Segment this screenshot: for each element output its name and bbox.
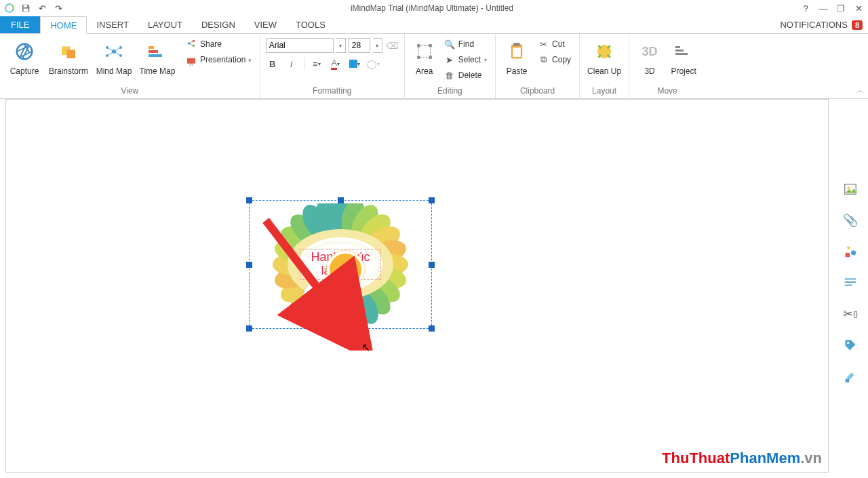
svg-rect-13 — [149, 54, 162, 57]
svg-rect-65 — [846, 379, 850, 383]
presentation-icon — [186, 56, 197, 69]
tag-tool[interactable] — [841, 336, 860, 355]
ribbon-group-editing: Area 🔍Find ➤Select ▾ 🗑Delete Editing — [405, 34, 496, 98]
share-button[interactable]: Share — [183, 37, 254, 52]
resize-handle[interactable] — [429, 262, 435, 268]
snippet-tool[interactable]: ✂{} — [841, 304, 860, 323]
three-d-button[interactable]: 3D 3D — [635, 37, 665, 77]
minimize-icon[interactable]: — — [818, 3, 829, 14]
cursor-icon: ↖ — [361, 341, 370, 354]
sticky-notes-icon — [58, 38, 79, 65]
tab-insert[interactable]: INSERT — [87, 16, 138, 33]
svg-line-56 — [266, 220, 355, 337]
share-icon — [186, 39, 197, 50]
svg-rect-1 — [24, 5, 27, 7]
svg-rect-59 — [846, 253, 850, 257]
cleanup-icon — [594, 38, 614, 65]
svg-rect-20 — [429, 44, 431, 47]
svg-rect-19 — [417, 44, 420, 47]
project-button[interactable]: Project — [667, 37, 700, 77]
svg-rect-25 — [513, 47, 521, 57]
resize-handle[interactable] — [338, 197, 344, 203]
resize-handle[interactable] — [429, 197, 435, 203]
area-button[interactable]: Area — [410, 37, 439, 77]
area-icon — [416, 38, 433, 65]
app-icon — [4, 3, 15, 14]
capture-button[interactable]: Capture — [5, 37, 43, 77]
font-dropdown-icon[interactable]: ▾ — [336, 38, 346, 53]
ribbon-group-view: Capture Brainstorm Mind Map Time Map Sh — [0, 34, 260, 98]
close-icon[interactable]: ✕ — [853, 3, 864, 14]
timemap-icon — [146, 38, 168, 65]
undo-icon[interactable]: ↶ — [37, 3, 47, 14]
svg-rect-12 — [149, 50, 158, 53]
copy-icon: ⧉ — [538, 54, 549, 65]
clear-format-button[interactable]: ⌫ — [385, 39, 399, 52]
redo-icon[interactable]: ↷ — [53, 3, 64, 14]
tab-file[interactable]: FILE — [0, 16, 40, 33]
shape-fill-button[interactable]: ◯▾ — [367, 57, 380, 71]
resize-handle[interactable] — [246, 262, 252, 268]
tab-home[interactable]: HOME — [40, 16, 87, 34]
ribbon-group-clipboard: Paste ✂Cut ⧉Copy Clipboard — [496, 34, 580, 98]
svg-rect-28 — [675, 49, 684, 52]
select-button[interactable]: ➤Select ▾ — [441, 52, 490, 67]
tab-layout[interactable]: LAYOUT — [138, 16, 192, 33]
menu-bar: FILE HOME INSERT LAYOUT DESIGN VIEW TOOL… — [0, 16, 868, 34]
align-button[interactable]: ≡▾ — [310, 57, 323, 71]
svg-point-64 — [847, 342, 849, 344]
cursor-icon: ➤ — [444, 55, 455, 65]
italic-button[interactable]: i — [285, 57, 298, 71]
clipboard-icon — [507, 38, 526, 65]
canvas[interactable]: Hanh phúc là lagi? ✏️ ↖ — [5, 99, 829, 473]
brainstorm-button[interactable]: Brainstorm — [46, 37, 91, 77]
bold-button[interactable]: B — [266, 57, 279, 71]
paste-button[interactable]: Paste — [501, 37, 532, 77]
resize-handle[interactable] — [246, 325, 252, 332]
resize-handle[interactable] — [429, 325, 435, 332]
mindmap-button[interactable]: Mind Map — [94, 37, 134, 77]
presentation-button[interactable]: Presentation ▾ — [183, 52, 254, 82]
svg-point-60 — [851, 250, 856, 255]
attachment-tool[interactable]: 📎 — [841, 211, 860, 230]
tab-view[interactable]: VIEW — [245, 16, 286, 33]
svg-rect-17 — [187, 58, 195, 64]
collapse-ribbon-icon[interactable]: ︿ — [856, 85, 864, 96]
notifications[interactable]: NOTIFICATIONS 8 — [780, 16, 868, 33]
cut-button[interactable]: ✂Cut — [535, 37, 574, 52]
notifications-badge: 8 — [852, 20, 863, 30]
copy-button[interactable]: ⧉Copy — [535, 52, 574, 67]
find-button[interactable]: 🔍Find — [441, 37, 490, 52]
svg-rect-22 — [429, 56, 431, 59]
shapes-tool[interactable] — [841, 242, 860, 261]
tab-design[interactable]: DESIGN — [192, 16, 245, 33]
svg-point-58 — [847, 186, 850, 189]
image-tool[interactable] — [841, 180, 860, 199]
format-painter-tool[interactable] — [841, 367, 860, 386]
size-select[interactable] — [349, 38, 370, 53]
svg-point-14 — [188, 42, 191, 45]
save-icon[interactable] — [20, 3, 31, 14]
timemap-button[interactable]: Time Map — [137, 37, 178, 77]
scissors-icon: ✂ — [538, 39, 549, 49]
highlight-button[interactable]: ▾ — [348, 57, 361, 71]
svg-rect-29 — [675, 53, 688, 55]
resize-handle[interactable] — [246, 197, 252, 203]
font-color-button[interactable]: A▾ — [329, 57, 342, 71]
watermark: ThuThuatPhanMem.vn — [662, 450, 822, 467]
svg-point-3 — [17, 44, 33, 60]
aperture-icon — [14, 38, 35, 65]
mindmap-icon — [103, 38, 125, 65]
annotation-arrow — [260, 215, 376, 351]
ribbon-group-layout: Clean Up Layout — [580, 34, 629, 98]
side-toolbar: 📎 ✂{} — [837, 180, 864, 386]
font-select[interactable] — [266, 38, 334, 53]
tab-tools[interactable]: TOOLS — [286, 16, 335, 33]
project-icon — [674, 38, 693, 65]
help-icon[interactable]: ? — [800, 3, 811, 14]
size-dropdown-icon[interactable]: ▾ — [373, 38, 382, 53]
restore-icon[interactable]: ❐ — [835, 3, 846, 14]
delete-button[interactable]: 🗑Delete — [441, 68, 490, 83]
cleanup-button[interactable]: Clean Up — [585, 37, 623, 77]
notes-tool[interactable] — [841, 273, 860, 292]
